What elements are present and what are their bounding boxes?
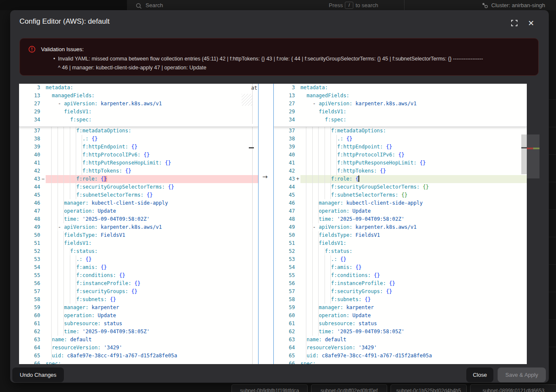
code-line-57-modified[interactable]: 57 f:securityGroups: {} — [274, 288, 527, 296]
close-icon[interactable]: ✕ — [526, 18, 536, 27]
copy-change-arrow-icon[interactable]: → — [262, 173, 268, 181]
code-line-13-modified[interactable]: 13 managedFields: — [274, 92, 527, 100]
line-number: 50 — [274, 231, 295, 239]
code-line-34-original[interactable]: 34 f:spec: — [19, 116, 258, 124]
collapsed-region-original[interactable]: 3metadata:13 managedFields:27 - apiVersi… — [19, 84, 258, 124]
code-line-64-original[interactable]: 64 resourceVersion: '3429' — [19, 344, 258, 352]
collapsed-region-modified[interactable]: 3metadata:13 managedFields:27 - apiVersi… — [274, 84, 527, 124]
diff-modified-pane[interactable]: 3metadata:13 managedFields:27 - apiVersi… — [274, 84, 527, 364]
scrollbar-thumb[interactable] — [521, 134, 527, 174]
undo-changes-button[interactable]: Undo Changes — [12, 367, 64, 382]
code-line-39-original[interactable]: 39 f:httpEndpoint: {} — [19, 143, 258, 151]
code-line-54-modified[interactable]: 54 f:amis: {} — [274, 263, 527, 271]
code-line-60-original[interactable]: 60 operation: Update — [19, 312, 258, 320]
code-line-60-modified[interactable]: 60 operation: Update — [274, 312, 527, 320]
code-line-3-modified[interactable]: 3metadata: — [274, 84, 527, 92]
diff-original-pane[interactable]: 3metadata:13 managedFields:27 - apiVersi… — [19, 84, 258, 364]
code-line-51-modified[interactable]: 51 fieldsV1: — [274, 239, 527, 247]
diff-overview-ruler[interactable] — [527, 134, 539, 178]
code-line-44-modified[interactable]: 44 f:securityGroupSelectorTerms: {} — [274, 183, 527, 191]
code-line-47-modified[interactable]: 47 operation: Update — [274, 207, 527, 215]
code-line-29-modified[interactable]: 29 fieldsV1: — [274, 108, 527, 116]
code-line-65-modified[interactable]: 65 uid: c8afe97e-38cc-4f91-a767-d15f2a8f… — [274, 352, 527, 360]
code-line-58-modified[interactable]: 58 f:subnets: {} — [274, 296, 527, 304]
code-line-41-original[interactable]: 41 f:httpPutResponseHopLimit: {} — [19, 159, 258, 167]
diff-sign — [40, 135, 46, 143]
code-line-64-modified[interactable]: 64 resourceVersion: '3429' — [274, 344, 527, 352]
line-number: 51 — [274, 239, 295, 247]
code-line-46-modified[interactable]: 46 manager: kubectl-client-side-apply — [274, 199, 527, 207]
code-line-45-original[interactable]: 45 f:subnetSelectorTerms: {} — [19, 191, 258, 199]
line-number: 55 — [274, 271, 295, 280]
code-line-53-modified[interactable]: 53 .: {} — [274, 255, 527, 263]
line-number: 38 — [19, 135, 40, 143]
code-modified[interactable]: 37 f:metadataOptions:38 .: {}39 f:httpEn… — [274, 127, 527, 364]
code-line-55-original[interactable]: 55 f:conditions: {} — [19, 271, 258, 280]
code-line-37-original[interactable]: 37 f:metadataOptions: — [19, 127, 258, 135]
code-line-37-modified[interactable]: 37 f:metadataOptions: — [274, 127, 527, 135]
code-line-38-original[interactable]: 38 .: {} — [19, 135, 258, 143]
code-line-43-original[interactable]: 43− f:role: {} — [19, 175, 258, 183]
code-line-42-original[interactable]: 42 f:httpTokens: {} — [19, 167, 258, 175]
line-number: 64 — [19, 344, 40, 352]
code-line-53-original[interactable]: 53 .: {} — [19, 255, 258, 263]
code-line-61-modified[interactable]: 61 subresource: status — [274, 320, 527, 328]
code-line-56-modified[interactable]: 56 f:instanceProfile: {} — [274, 280, 527, 288]
code-line-52-original[interactable]: 52 f:status: — [19, 247, 258, 255]
code-line-27-modified[interactable]: 27 - apiVersion: karpenter.k8s.aws/v1 — [274, 100, 527, 108]
code-line-59-modified[interactable]: 59 manager: karpenter — [274, 304, 527, 312]
code-line-41-modified[interactable]: 41 f:httpPutResponseHopLimit: {} — [274, 159, 527, 167]
save-apply-button[interactable]: Save & Apply — [498, 367, 546, 382]
code-line-3-original[interactable]: 3metadata: — [19, 84, 258, 92]
fullscreen-icon[interactable] — [509, 18, 519, 27]
code-line-65-original[interactable]: 65 uid: c8afe97e-38cc-4f91-a767-d15f2a8f… — [19, 352, 258, 360]
code-line-63-original[interactable]: 63 name: default — [19, 336, 258, 344]
code-line-39-modified[interactable]: 39 f:httpEndpoint: {} — [274, 143, 527, 151]
code-line-62-original[interactable]: 62 time: '2025-09-04T09:58:05Z' — [19, 328, 258, 336]
code-line-49-original[interactable]: 49 - apiVersion: karpenter.k8s.aws/v1 — [19, 223, 258, 231]
scrollbar-diff-marker[interactable] — [249, 147, 254, 148]
code-line-38-modified[interactable]: 38 .: {} — [274, 135, 527, 143]
code-line-43-modified[interactable]: 43+ f:role: { — [274, 175, 527, 183]
code-line-63-modified[interactable]: 63 name: default — [274, 336, 527, 344]
code-line-40-modified[interactable]: 40 f:httpProtocolIPv6: {} — [274, 151, 527, 159]
code-line-46-original[interactable]: 46 manager: kubectl-client-side-apply — [19, 199, 258, 207]
code-line-44-original[interactable]: 44 f:securityGroupSelectorTerms: {} — [19, 183, 258, 191]
code-line-42-modified[interactable]: 42 f:httpTokens: {} — [274, 167, 527, 175]
code-line-57-original[interactable]: 57 f:securityGroups: {} — [19, 288, 258, 296]
code-line-66-modified[interactable]: 66spec: — [274, 360, 527, 364]
diff-sign — [40, 312, 46, 320]
code-line-45-modified[interactable]: 45 f:subnetSelectorTerms: {} — [274, 191, 527, 199]
diff-sign — [295, 352, 300, 360]
code-line-40-original[interactable]: 40 f:httpProtocolIPv6: {} — [19, 151, 258, 159]
code-line-54-original[interactable]: 54 f:amis: {} — [19, 263, 258, 271]
code-line-50-modified[interactable]: 50 fieldsType: FieldsV1 — [274, 231, 527, 239]
cluster-selector[interactable]: Cluster: anirban-singh — [491, 2, 545, 8]
diff-sign — [295, 151, 300, 159]
code-line-47-original[interactable]: 47 operation: Update — [19, 207, 258, 215]
search-input[interactable]: Search — [146, 2, 163, 8]
code-line-51-original[interactable]: 51 fieldsV1: — [19, 239, 258, 247]
clipped-text-fragment: at — [251, 85, 257, 91]
code-line-34-modified[interactable]: 34 f:spec: — [274, 116, 527, 124]
code-line-29-original[interactable]: 29 fieldsV1: — [19, 108, 258, 116]
yaml-diff-editor[interactable]: 3metadata:13 managedFields:27 - apiVersi… — [19, 84, 527, 364]
code-line-61-original[interactable]: 61 subresource: status — [19, 320, 258, 328]
scrollbar-diff-marker[interactable] — [521, 147, 527, 148]
code-line-13-original[interactable]: 13 managedFields: — [19, 92, 258, 100]
code-line-49-modified[interactable]: 49 - apiVersion: karpenter.k8s.aws/v1 — [274, 223, 527, 231]
code-line-56-original[interactable]: 56 f:instanceProfile: {} — [19, 280, 258, 288]
code-line-48-original[interactable]: 48 time: '2025-09-04T09:58:02Z' — [19, 215, 258, 223]
code-line-48-modified[interactable]: 48 time: '2025-09-04T09:58:02Z' — [274, 215, 527, 223]
code-line-62-modified[interactable]: 62 time: '2025-09-04T09:58:05Z' — [274, 328, 527, 336]
code-line-66-original[interactable]: 66spec: — [19, 360, 258, 364]
code-line-59-original[interactable]: 59 manager: karpenter — [19, 304, 258, 312]
code-line-27-original[interactable]: 27 - apiVersion: karpenter.k8s.aws/v1 — [19, 100, 258, 108]
diff-sign — [295, 312, 300, 320]
code-original[interactable]: 37 f:metadataOptions:38 .: {}39 f:httpEn… — [19, 127, 258, 364]
code-line-50-original[interactable]: 50 fieldsType: FieldsV1 — [19, 231, 258, 239]
code-line-52-modified[interactable]: 52 f:status: — [274, 247, 527, 255]
code-line-55-modified[interactable]: 55 f:conditions: {} — [274, 271, 527, 280]
code-line-58-original[interactable]: 58 f:subnets: {} — [19, 296, 258, 304]
close-button[interactable]: Close — [466, 367, 493, 382]
